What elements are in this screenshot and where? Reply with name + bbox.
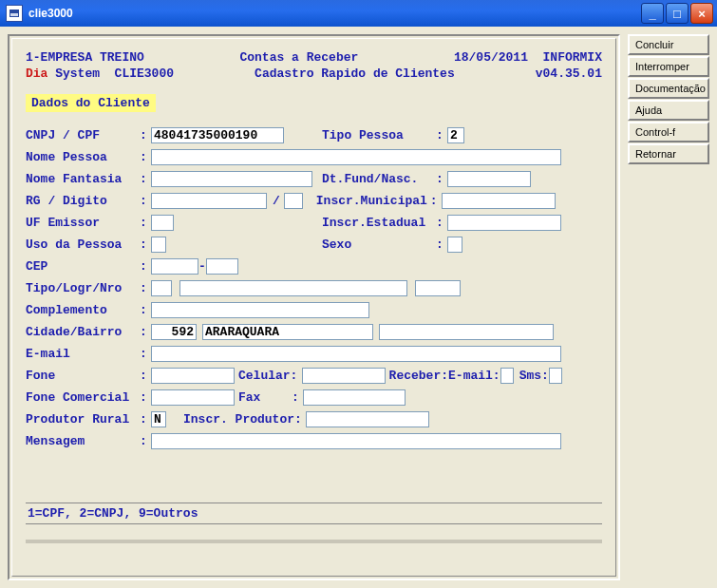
- inscr-produtor-label: Inscr. Produtor: [183, 412, 294, 427]
- dt-fund-nasc-label: Dt.Fund/Nasc.: [322, 172, 436, 186]
- fone-comercial-label: Fone Comercial: [26, 390, 140, 405]
- cnpj-cpf-label: CNPJ / CPF: [26, 128, 140, 142]
- sidebar: Concluir Interromper Documentação Ajuda …: [628, 34, 709, 580]
- nome-pessoa-label: Nome Pessoa: [26, 150, 140, 164]
- module-label: Contas a Receber: [239, 50, 358, 65]
- sidebar-btn-interromper[interactable]: Interromper: [628, 56, 709, 77]
- cep2-field[interactable]: [206, 258, 238, 275]
- mensagem-label: Mensagem: [26, 434, 140, 448]
- sms-label: Sms:: [519, 369, 549, 383]
- nome-pessoa-field[interactable]: [151, 149, 561, 165]
- cep-dash: -: [198, 259, 206, 274]
- dt-fund-nasc-field[interactable]: [447, 171, 531, 187]
- nro-field[interactable]: [415, 280, 461, 296]
- main-panel: 1-EMPRESA TREINO Contas a Receber 18/05/…: [8, 34, 620, 580]
- help-line: 1=CPF, 2=CNPJ, 9=Outros: [26, 503, 602, 524]
- tipo-logr-nro-label: Tipo/Logr/Nro: [26, 281, 140, 295]
- celular-label: Celular: [238, 369, 291, 383]
- receber-label: Receber:: [389, 369, 448, 383]
- version-label: v04.35.01: [536, 66, 602, 81]
- email-field[interactable]: [151, 346, 561, 362]
- tipo-field[interactable]: [151, 280, 172, 296]
- cidade-cod-field[interactable]: 592: [151, 324, 197, 340]
- cnpj-cpf-field[interactable]: 48041735000190: [151, 127, 284, 143]
- minimize-button[interactable]: _: [641, 3, 664, 24]
- company-label: 1-EMPRESA TREINO: [26, 50, 144, 65]
- inscr-municipal-field[interactable]: [442, 193, 556, 209]
- sexo-field[interactable]: [447, 237, 462, 253]
- sidebar-btn-retornar[interactable]: Retornar: [628, 143, 709, 164]
- complemento-label: Complemento: [26, 303, 140, 317]
- subtitle-label: Cadastro Rapido de Clientes: [255, 66, 455, 81]
- cidade-bairro-label: Cidade/Bairro: [26, 325, 140, 339]
- inscr-produtor-field[interactable]: [306, 411, 429, 427]
- email-label: E-mail: [26, 347, 140, 361]
- app-icon: [6, 5, 23, 22]
- fax-label: Fax: [238, 390, 292, 405]
- cidade-nome-field[interactable]: ARARAQUARA: [202, 324, 373, 340]
- uf-emissor-field[interactable]: [151, 215, 174, 231]
- header-row-1: 1-EMPRESA TREINO Contas a Receber 18/05/…: [26, 50, 602, 65]
- date-db: 18/05/2011 INFORMIX: [454, 50, 602, 65]
- section-title: Dados do Cliente: [26, 94, 156, 112]
- inscr-municipal-label: Inscr.Municipal: [316, 194, 430, 208]
- tipo-pessoa-field[interactable]: 2: [447, 127, 464, 143]
- fone-comercial-field[interactable]: [151, 389, 235, 406]
- rg-digito-label: RG / Digito: [26, 194, 140, 208]
- rg-field[interactable]: [151, 193, 267, 209]
- maximize-button[interactable]: □: [666, 3, 689, 24]
- system-label: Dia System CLIE3000: [26, 66, 174, 81]
- produtor-rural-field[interactable]: N: [151, 411, 166, 427]
- receber-email-field[interactable]: [500, 368, 514, 384]
- sidebar-btn-control-f[interactable]: Control-f: [628, 122, 709, 142]
- svg-rect-1: [10, 13, 18, 16]
- complemento-field[interactable]: [151, 302, 369, 318]
- bairro-field[interactable]: [379, 324, 554, 340]
- sexo-label: Sexo: [322, 237, 436, 252]
- uso-pessoa-field[interactable]: [151, 237, 166, 253]
- uf-emissor-label: UF Emissor: [26, 216, 140, 230]
- rg-digito-field[interactable]: [284, 193, 303, 209]
- logr-field[interactable]: [179, 280, 407, 296]
- sidebar-btn-ajuda[interactable]: Ajuda: [628, 100, 709, 121]
- inscr-estadual-field[interactable]: [447, 215, 561, 231]
- celular-field[interactable]: [302, 368, 386, 384]
- nome-fantasia-field[interactable]: [151, 171, 312, 187]
- receber-email-label: E-mail:: [448, 369, 500, 383]
- mensagem-field[interactable]: [151, 433, 561, 449]
- separator-line: [26, 540, 602, 543]
- close-button[interactable]: ×: [690, 3, 713, 24]
- tipo-pessoa-label: Tipo Pessoa: [322, 128, 436, 142]
- fax-field[interactable]: [303, 389, 406, 406]
- sidebar-btn-concluir[interactable]: Concluir: [628, 34, 709, 55]
- cep-label: CEP: [26, 259, 140, 274]
- slash: /: [273, 194, 280, 208]
- sms-field[interactable]: [549, 368, 562, 384]
- nome-fantasia-label: Nome Fantasia: [26, 172, 140, 186]
- sidebar-btn-documentacao[interactable]: Documentação: [628, 78, 709, 99]
- cep1-field[interactable]: [151, 258, 198, 275]
- header-row-2: Dia System CLIE3000 Cadastro Rapido de C…: [26, 66, 602, 81]
- fone-label: Fone: [26, 369, 140, 383]
- produtor-rural-label: Produtor Rural: [26, 412, 140, 427]
- uso-pessoa-label: Uso da Pessoa: [26, 237, 140, 252]
- inscr-estadual-label: Inscr.Estadual: [322, 216, 436, 230]
- fone-field[interactable]: [151, 368, 235, 384]
- window-title: clie3000: [28, 7, 641, 20]
